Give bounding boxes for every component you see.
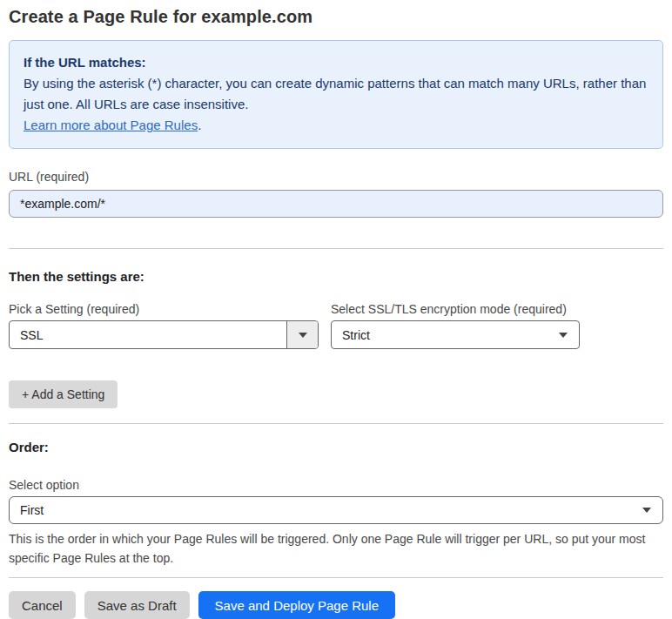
url-input[interactable] [9,190,663,218]
save-deploy-button[interactable]: Save and Deploy Page Rule [198,591,395,619]
cancel-button[interactable]: Cancel [9,591,76,619]
order-select[interactable]: First [9,496,663,524]
settings-heading: Then the settings are: [9,269,663,284]
add-setting-button[interactable]: + Add a Setting [9,380,118,408]
setting-select-arrow-box[interactable] [286,321,318,348]
order-select-label: Select option [9,478,663,492]
ssl-mode-select-arrow [559,333,579,338]
order-select-value: First [10,503,642,517]
order-heading: Order: [9,440,663,454]
divider-settings-order [9,423,663,424]
divider-url-settings [9,248,663,249]
order-select-arrow [642,508,662,513]
ssl-mode-column: Select SSL/TLS encryption mode (required… [331,284,580,349]
chevron-down-icon [559,333,568,338]
page-title: Create a Page Rule for example.com [9,7,663,27]
settings-row: Pick a Setting (required) SSL Select SSL… [9,284,663,349]
divider-footer [9,577,663,578]
info-box-heading: If the URL matches: [24,52,648,73]
footer-actions: Cancel Save as Draft Save and Deploy Pag… [9,591,663,619]
setting-select[interactable]: SSL [9,320,319,349]
setting-picker-column: Pick a Setting (required) SSL [9,284,319,349]
info-box-body: By using the asterisk (*) character, you… [24,73,648,115]
order-help-text: This is the order in which your Page Rul… [9,529,653,568]
ssl-mode-label: Select SSL/TLS encryption mode (required… [331,302,580,316]
save-draft-button[interactable]: Save as Draft [84,591,190,619]
link-period: . [198,118,201,132]
info-box-link-line: Learn more about Page Rules. [24,115,648,136]
chevron-down-icon [299,333,307,338]
ssl-mode-select-value: Strict [332,328,559,342]
ssl-mode-select[interactable]: Strict [331,320,580,349]
url-label: URL (required) [9,170,663,184]
chevron-down-icon [642,508,651,513]
learn-more-link[interactable]: Learn more about Page Rules [24,118,198,132]
setting-picker-label: Pick a Setting (required) [9,302,319,316]
url-match-info-box: If the URL matches: By using the asteris… [9,40,663,149]
setting-select-value: SSL [10,328,286,342]
